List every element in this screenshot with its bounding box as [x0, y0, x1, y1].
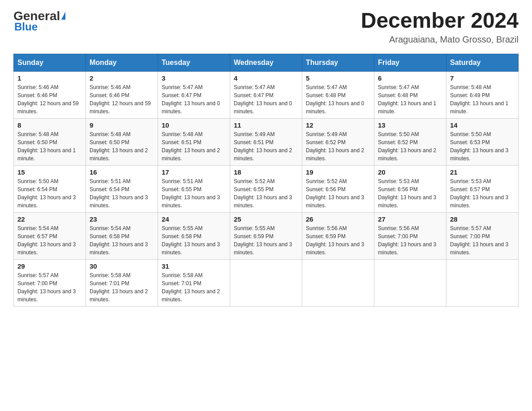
calendar-cell: 31 Sunrise: 5:58 AM Sunset: 7:01 PM Dayl… [158, 259, 230, 306]
day-number: 26 [306, 215, 370, 223]
col-sunday: Sunday [14, 54, 86, 71]
calendar-cell: 15 Sunrise: 5:50 AM Sunset: 6:54 PM Dayl… [14, 165, 86, 212]
calendar-cell: 5 Sunrise: 5:47 AM Sunset: 6:48 PM Dayli… [302, 71, 374, 118]
calendar-week-row: 8 Sunrise: 5:48 AM Sunset: 6:50 PM Dayli… [14, 118, 519, 165]
day-info: Sunrise: 5:57 AM Sunset: 7:00 PM Dayligh… [17, 271, 82, 304]
calendar-week-row: 29 Sunrise: 5:57 AM Sunset: 7:00 PM Dayl… [14, 259, 519, 306]
day-number: 17 [162, 168, 226, 176]
calendar-cell: 22 Sunrise: 5:54 AM Sunset: 6:57 PM Dayl… [14, 212, 86, 259]
calendar-cell: 21 Sunrise: 5:53 AM Sunset: 6:57 PM Dayl… [446, 165, 519, 212]
calendar-cell: 6 Sunrise: 5:47 AM Sunset: 6:48 PM Dayli… [374, 71, 446, 118]
calendar-week-row: 22 Sunrise: 5:54 AM Sunset: 6:57 PM Dayl… [14, 212, 519, 259]
calendar-cell: 26 Sunrise: 5:56 AM Sunset: 6:59 PM Dayl… [302, 212, 374, 259]
day-info: Sunrise: 5:47 AM Sunset: 6:48 PM Dayligh… [378, 83, 442, 116]
col-monday: Monday [86, 54, 158, 71]
calendar-cell: 17 Sunrise: 5:51 AM Sunset: 6:55 PM Dayl… [158, 165, 230, 212]
day-info: Sunrise: 5:49 AM Sunset: 6:51 PM Dayligh… [234, 130, 298, 163]
day-number: 31 [162, 262, 226, 270]
calendar-table: Sunday Monday Tuesday Wednesday Thursday… [13, 54, 519, 307]
col-thursday: Thursday [302, 54, 374, 71]
calendar-cell: 20 Sunrise: 5:53 AM Sunset: 6:56 PM Dayl… [374, 165, 446, 212]
day-info: Sunrise: 5:58 AM Sunset: 7:01 PM Dayligh… [162, 271, 226, 304]
day-info: Sunrise: 5:56 AM Sunset: 6:59 PM Dayligh… [306, 224, 370, 257]
day-number: 3 [162, 74, 226, 82]
calendar-cell: 10 Sunrise: 5:48 AM Sunset: 6:51 PM Dayl… [158, 118, 230, 165]
day-info: Sunrise: 5:47 AM Sunset: 6:48 PM Dayligh… [306, 83, 370, 116]
col-saturday: Saturday [446, 54, 519, 71]
calendar-cell [230, 259, 302, 306]
calendar-cell [302, 259, 374, 306]
day-number: 9 [90, 121, 154, 129]
day-number: 27 [378, 215, 442, 223]
day-info: Sunrise: 5:47 AM Sunset: 6:47 PM Dayligh… [162, 83, 226, 116]
day-number: 25 [234, 215, 298, 223]
day-info: Sunrise: 5:46 AM Sunset: 6:46 PM Dayligh… [17, 83, 82, 116]
calendar-cell: 27 Sunrise: 5:56 AM Sunset: 7:00 PM Dayl… [374, 212, 446, 259]
calendar-cell: 19 Sunrise: 5:52 AM Sunset: 6:56 PM Dayl… [302, 165, 374, 212]
day-number: 8 [17, 121, 82, 129]
day-number: 1 [17, 74, 82, 82]
calendar-cell: 2 Sunrise: 5:46 AM Sunset: 6:46 PM Dayli… [86, 71, 158, 118]
day-info: Sunrise: 5:54 AM Sunset: 6:58 PM Dayligh… [90, 224, 154, 257]
day-info: Sunrise: 5:48 AM Sunset: 6:50 PM Dayligh… [17, 130, 82, 163]
day-info: Sunrise: 5:52 AM Sunset: 6:56 PM Dayligh… [306, 177, 370, 210]
day-info: Sunrise: 5:56 AM Sunset: 7:00 PM Dayligh… [378, 224, 442, 257]
calendar-week-row: 15 Sunrise: 5:50 AM Sunset: 6:54 PM Dayl… [14, 165, 519, 212]
day-number: 11 [234, 121, 298, 129]
day-number: 28 [450, 215, 515, 223]
page-header: General Blue December 2024 Araguaiana, M… [13, 9, 519, 45]
day-number: 23 [90, 215, 154, 223]
day-number: 16 [90, 168, 154, 176]
day-info: Sunrise: 5:46 AM Sunset: 6:46 PM Dayligh… [90, 83, 154, 116]
day-info: Sunrise: 5:53 AM Sunset: 6:56 PM Dayligh… [378, 177, 442, 210]
day-number: 18 [234, 168, 298, 176]
day-number: 21 [450, 168, 515, 176]
day-info: Sunrise: 5:48 AM Sunset: 6:51 PM Dayligh… [162, 130, 226, 163]
day-number: 4 [234, 74, 298, 82]
day-info: Sunrise: 5:58 AM Sunset: 7:01 PM Dayligh… [90, 271, 154, 304]
day-number: 24 [162, 215, 226, 223]
day-info: Sunrise: 5:55 AM Sunset: 6:59 PM Dayligh… [234, 224, 298, 257]
calendar-cell: 7 Sunrise: 5:48 AM Sunset: 6:49 PM Dayli… [446, 71, 519, 118]
day-number: 19 [306, 168, 370, 176]
calendar-cell: 1 Sunrise: 5:46 AM Sunset: 6:46 PM Dayli… [14, 71, 86, 118]
day-number: 12 [306, 121, 370, 129]
day-info: Sunrise: 5:48 AM Sunset: 6:50 PM Dayligh… [90, 130, 154, 163]
location: Araguaiana, Mato Grosso, Brazil [361, 34, 519, 45]
day-info: Sunrise: 5:49 AM Sunset: 6:52 PM Dayligh… [306, 130, 370, 163]
day-info: Sunrise: 5:55 AM Sunset: 6:58 PM Dayligh… [162, 224, 226, 257]
day-info: Sunrise: 5:54 AM Sunset: 6:57 PM Dayligh… [17, 224, 82, 257]
calendar-cell: 11 Sunrise: 5:49 AM Sunset: 6:51 PM Dayl… [230, 118, 302, 165]
calendar-header-row: Sunday Monday Tuesday Wednesday Thursday… [14, 54, 519, 71]
calendar-cell: 16 Sunrise: 5:51 AM Sunset: 6:54 PM Dayl… [86, 165, 158, 212]
calendar-cell: 4 Sunrise: 5:47 AM Sunset: 6:47 PM Dayli… [230, 71, 302, 118]
calendar-cell: 23 Sunrise: 5:54 AM Sunset: 6:58 PM Dayl… [86, 212, 158, 259]
day-info: Sunrise: 5:50 AM Sunset: 6:53 PM Dayligh… [450, 130, 515, 163]
day-info: Sunrise: 5:47 AM Sunset: 6:47 PM Dayligh… [234, 83, 298, 116]
day-info: Sunrise: 5:50 AM Sunset: 6:52 PM Dayligh… [378, 130, 442, 163]
day-number: 30 [90, 262, 154, 270]
col-tuesday: Tuesday [158, 54, 230, 71]
col-friday: Friday [374, 54, 446, 71]
day-info: Sunrise: 5:53 AM Sunset: 6:57 PM Dayligh… [450, 177, 515, 210]
calendar-cell: 29 Sunrise: 5:57 AM Sunset: 7:00 PM Dayl… [14, 259, 86, 306]
day-number: 14 [450, 121, 515, 129]
calendar-cell: 24 Sunrise: 5:55 AM Sunset: 6:58 PM Dayl… [158, 212, 230, 259]
day-info: Sunrise: 5:50 AM Sunset: 6:54 PM Dayligh… [17, 177, 82, 210]
day-number: 15 [17, 168, 82, 176]
calendar-cell: 28 Sunrise: 5:57 AM Sunset: 7:00 PM Dayl… [446, 212, 519, 259]
calendar-cell: 3 Sunrise: 5:47 AM Sunset: 6:47 PM Dayli… [158, 71, 230, 118]
calendar-cell: 14 Sunrise: 5:50 AM Sunset: 6:53 PM Dayl… [446, 118, 519, 165]
day-info: Sunrise: 5:48 AM Sunset: 6:49 PM Dayligh… [450, 83, 515, 116]
day-number: 13 [378, 121, 442, 129]
day-number: 7 [450, 74, 515, 82]
calendar-cell: 9 Sunrise: 5:48 AM Sunset: 6:50 PM Dayli… [86, 118, 158, 165]
day-info: Sunrise: 5:51 AM Sunset: 6:54 PM Dayligh… [90, 177, 154, 210]
calendar-cell: 25 Sunrise: 5:55 AM Sunset: 6:59 PM Dayl… [230, 212, 302, 259]
day-info: Sunrise: 5:52 AM Sunset: 6:55 PM Dayligh… [234, 177, 298, 210]
month-title: December 2024 [361, 9, 519, 33]
day-number: 10 [162, 121, 226, 129]
logo-triangle-icon [61, 12, 65, 20]
calendar-cell [374, 259, 446, 306]
day-number: 29 [17, 262, 82, 270]
